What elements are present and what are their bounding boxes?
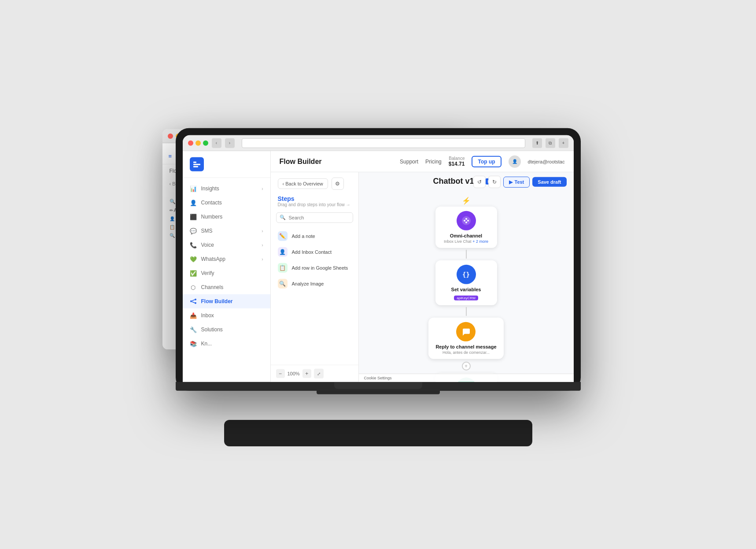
- step-add-note[interactable]: ✏️ Add a note: [271, 228, 358, 244]
- search-input[interactable]: [276, 212, 353, 223]
- sidebar-item-channels[interactable]: ⬡ Channels: [183, 280, 270, 294]
- insights-arrow: ›: [262, 186, 263, 191]
- expand-button[interactable]: ⤢: [314, 369, 324, 378]
- svg-point-3: [190, 300, 192, 302]
- omni-channel-box[interactable]: Omni-channel Inbox Live Chat + 2 more: [435, 207, 497, 248]
- test-button[interactable]: ▶ Test: [503, 176, 530, 187]
- steps-subtitle: Drag and drop steps into your flow →: [278, 202, 351, 207]
- step-add-inbox-contact[interactable]: 👤 Add Inbox Contact: [271, 244, 358, 260]
- sidebar-item-sms[interactable]: 💬 SMS ›: [183, 224, 270, 238]
- app-main: Flow Builder Support Pricing Balance $14…: [271, 151, 574, 382]
- svg-line-6: [192, 300, 195, 301]
- svg-point-9: [464, 220, 465, 222]
- voice-arrow: ›: [262, 242, 263, 247]
- cookie-bar: Cookie Settings: [359, 374, 574, 382]
- sidebar-verify-label: Verify: [201, 270, 214, 276]
- settings-button[interactable]: ⚙: [332, 178, 344, 190]
- new-tab-btn[interactable]: +: [559, 138, 568, 148]
- flow-canvas: Chatbot v1.0 LIVE ↺ ↻ ▶ Test: [359, 172, 574, 382]
- undo-button[interactable]: ↺: [473, 176, 486, 188]
- svg-point-11: [465, 218, 467, 220]
- support-link[interactable]: Support: [400, 158, 418, 164]
- address-bar[interactable]: [242, 138, 525, 148]
- omni-channel-icon: [457, 211, 476, 230]
- sidebar-item-insights[interactable]: 📊 Insights ›: [183, 182, 270, 196]
- app-sidebar: 📊 Insights › 👤 Contacts ⬛ Numbers: [183, 151, 271, 382]
- topup-button[interactable]: Top up: [472, 156, 501, 167]
- trigger-node: ⚡: [435, 197, 497, 248]
- cookie-settings-label[interactable]: Cookie Settings: [364, 376, 392, 380]
- svg-point-10: [467, 220, 469, 222]
- steps-title: Steps: [278, 195, 351, 202]
- analyze-image-label: Analyze Image: [292, 281, 324, 286]
- logo-icon: [190, 157, 204, 171]
- pricing-link[interactable]: Pricing: [425, 158, 442, 164]
- sidebar-voice-label: Voice: [201, 242, 214, 248]
- step-analyze-image[interactable]: 🔍 Analyze Image: [271, 276, 358, 292]
- add-node-button[interactable]: +: [462, 362, 471, 371]
- sidebar-item-solutions[interactable]: 🔧 Solutions: [183, 323, 270, 337]
- omni-more-link[interactable]: + 2 more: [472, 239, 488, 244]
- max-dot[interactable]: [203, 140, 208, 145]
- omni-channel-sublabel: Inbox Live Chat + 2 more: [443, 239, 490, 244]
- sidebar-whatsapp-label: WhatsApp: [201, 256, 225, 262]
- save-draft-button[interactable]: Save draft: [532, 177, 566, 187]
- step-add-row-google[interactable]: 📋 Add row in Google Sheets: [271, 260, 358, 276]
- redo-button[interactable]: ↻: [488, 176, 501, 188]
- user-email: dtejera@rootstac: [528, 159, 565, 164]
- zoom-in-button[interactable]: +: [302, 369, 311, 378]
- sidebar-contacts-label: Contacts: [201, 200, 222, 206]
- reply-channel-box[interactable]: Reply to channel message Hola, antes de …: [428, 318, 503, 359]
- laptop-stand: [334, 382, 422, 389]
- steps-title-row: Steps Drag and drop steps into your flow…: [271, 190, 358, 209]
- balance-block: Balance $14.71: [449, 156, 465, 167]
- flow-nodes: ⚡: [359, 190, 574, 382]
- forward-btn[interactable]: ›: [225, 138, 235, 148]
- set-variables-box[interactable]: {} Set variables apiKeyCRM: [435, 260, 497, 305]
- sidebar-item-knowledge[interactable]: 📚 Kn...: [183, 337, 270, 351]
- sidebar-item-whatsapp[interactable]: 💚 WhatsApp ›: [183, 252, 270, 266]
- back-btn[interactable]: ‹: [212, 138, 221, 148]
- sidebar-insights-label: Insights: [201, 185, 219, 192]
- balance-amount: $14.71: [449, 161, 465, 167]
- add-row-google-label: Add row in Google Sheets: [292, 265, 348, 271]
- page-title: Flow Builder: [280, 157, 322, 165]
- set-variables-tag: apiKeyCRM: [454, 296, 478, 300]
- voice-icon: 📞: [190, 241, 197, 249]
- tab-btn[interactable]: ⧉: [546, 138, 555, 148]
- play-icon: ▶: [509, 179, 513, 185]
- solutions-icon: 🔧: [190, 326, 197, 333]
- sidebar-flow-builder-label: Flow Builder: [201, 298, 233, 304]
- zoom-out-button[interactable]: −: [276, 369, 285, 378]
- sidebar-item-voice[interactable]: 📞 Voice ›: [183, 238, 270, 252]
- sidebar-item-contacts[interactable]: 👤 Contacts: [183, 196, 270, 210]
- sidebar-inbox-label: Inbox: [201, 312, 214, 319]
- contacts-icon: 👤: [190, 199, 197, 206]
- app-layout: 📊 Insights › 👤 Contacts ⬛ Numbers: [183, 151, 574, 382]
- sidebar-item-numbers[interactable]: ⬛ Numbers: [183, 210, 270, 224]
- close-dot[interactable]: [188, 140, 193, 145]
- knowledge-icon: 📚: [190, 340, 197, 347]
- sidebar-item-inbox[interactable]: 📥 Inbox: [183, 308, 270, 323]
- back-to-overview-button[interactable]: ‹ Back to Overview: [278, 178, 328, 189]
- laptop-base: [176, 382, 581, 391]
- inbox-icon: 📥: [190, 312, 197, 319]
- steps-panel: ‹ Back to Overview ⚙ Steps Drag and drop…: [271, 172, 359, 382]
- sms-arrow: ›: [262, 228, 263, 233]
- laptop: ‹ › ⬆ ⧉ +: [176, 128, 581, 391]
- steps-list: ✏️ Add a note 👤 Add Inbox Contact 📋: [271, 226, 358, 365]
- reply-channel-icon: [456, 322, 476, 341]
- channels-icon: ⬡: [190, 284, 197, 291]
- zoom-level: 100%: [288, 371, 300, 376]
- sidebar-item-flow-builder[interactable]: Flow Builder: [183, 294, 270, 308]
- numbers-icon: ⬛: [190, 213, 197, 220]
- min-dot[interactable]: [195, 140, 201, 145]
- avatar: 👤: [509, 155, 521, 167]
- sidebar-item-verify[interactable]: ✅ Verify: [183, 266, 270, 280]
- steps-search: 🔍: [276, 212, 353, 223]
- flow-builder-icon: [190, 298, 197, 305]
- share-btn[interactable]: ⬆: [532, 138, 542, 148]
- bg-close-dot: [168, 134, 173, 139]
- balance-label: Balance: [449, 156, 465, 161]
- flow-area: ‹ Back to Overview ⚙ Steps Drag and drop…: [271, 172, 574, 382]
